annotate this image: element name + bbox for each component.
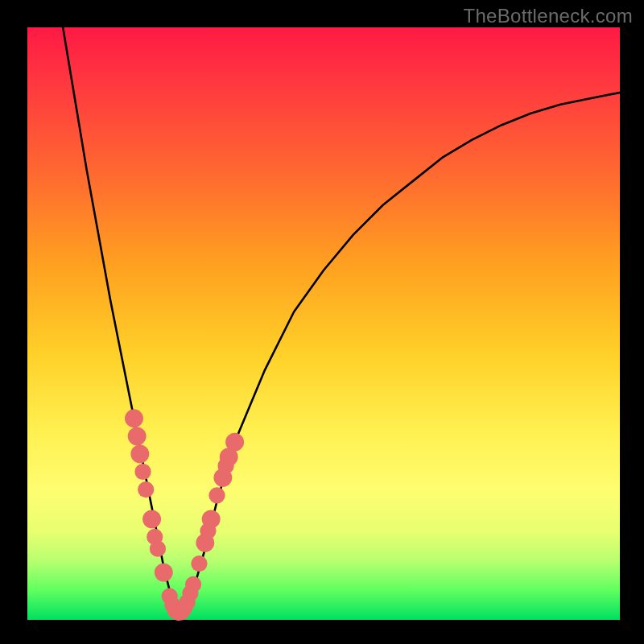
marker-dot [202, 510, 221, 528]
marker-dot [185, 576, 201, 592]
marker-dot [155, 564, 173, 582]
marker-dot [130, 444, 149, 463]
marker-dot [225, 433, 244, 452]
marker-dot [142, 510, 161, 528]
marker-dot [128, 427, 147, 445]
curve-svg [27, 27, 620, 620]
marker-dot [208, 487, 225, 503]
watermark-text: TheBottleneck.com [463, 5, 633, 27]
chart-frame: TheBottleneck.com [0, 0, 644, 644]
marker-dot [125, 409, 143, 427]
marker-dot [138, 481, 154, 497]
curve-markers [125, 409, 244, 621]
marker-dot [134, 464, 151, 480]
plot-gradient-area [27, 27, 620, 620]
marker-dot [191, 555, 207, 572]
marker-dot [150, 541, 166, 557]
